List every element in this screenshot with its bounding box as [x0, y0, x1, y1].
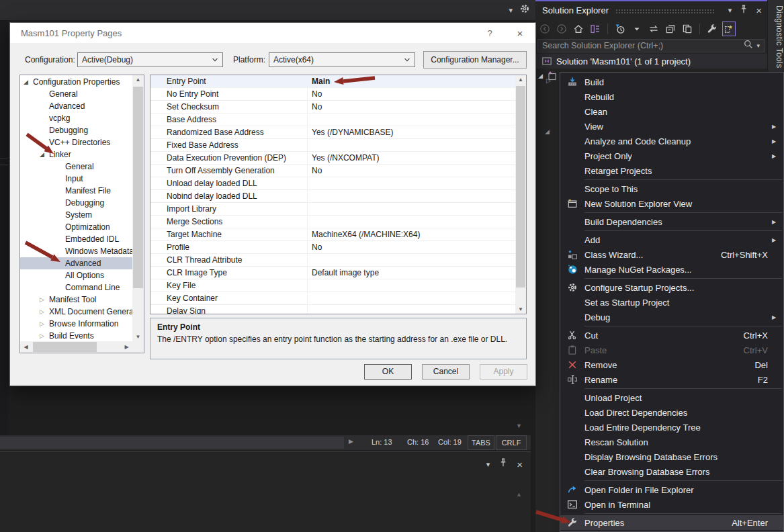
- horizontal-scrollbar-thumb[interactable]: [0, 437, 344, 449]
- collapsed-expander-icon[interactable]: ▷: [40, 306, 44, 318]
- property-value[interactable]: [308, 177, 516, 189]
- property-value[interactable]: No: [308, 101, 516, 113]
- configuration-select[interactable]: Active(Debug): [77, 52, 223, 67]
- properties-wrench-icon[interactable]: [705, 21, 719, 36]
- property-value[interactable]: [308, 139, 516, 151]
- tree-item-manifest-tool[interactable]: ▷Manifest Tool: [20, 294, 132, 306]
- property-value[interactable]: [308, 254, 516, 266]
- dropdown-arrow-icon[interactable]: ▾: [509, 7, 513, 14]
- status-eol-indicator[interactable]: CRLF: [496, 435, 527, 450]
- menu-item-unload-project[interactable]: Unload Project: [560, 390, 783, 405]
- property-row-import-library[interactable]: Import Library: [150, 203, 516, 216]
- property-value[interactable]: Default image type: [308, 267, 516, 279]
- menu-item-rescan-solution[interactable]: Rescan Solution: [560, 435, 783, 449]
- property-row-merge-sections[interactable]: Merge Sections: [150, 216, 516, 228]
- scrollbar-down-arrow-icon[interactable]: ▼: [516, 423, 522, 429]
- menu-item-open-in-terminal[interactable]: Open in Terminal: [560, 497, 783, 512]
- menu-item-project-only[interactable]: Project Only▶: [560, 148, 783, 163]
- drag-handle[interactable]: [615, 9, 715, 13]
- tree-item-general[interactable]: General: [20, 161, 132, 173]
- close-icon[interactable]: ×: [756, 5, 762, 15]
- menu-item-set-as-startup-project[interactable]: Set as Startup Project: [560, 295, 783, 310]
- property-row-clr-thread-attribute[interactable]: CLR Thread Attribute: [150, 254, 516, 267]
- pin-icon[interactable]: [498, 457, 509, 471]
- search-options-caret-icon[interactable]: ▾: [756, 43, 760, 49]
- menu-item-manage-nuget-packages[interactable]: Manage NuGet Packages...: [560, 262, 783, 277]
- property-row-set-checksum[interactable]: Set ChecksumNo: [150, 101, 516, 114]
- scrollbar-up-arrow-icon[interactable]: ▲: [516, 491, 522, 498]
- collapsed-expander-icon[interactable]: ▷: [40, 294, 44, 306]
- tree-item-input[interactable]: Input: [20, 173, 132, 185]
- menu-item-build-dependencies[interactable]: Build Dependencies▶: [560, 214, 783, 229]
- tree-item-configuration-properties[interactable]: ◢Configuration Properties: [20, 76, 132, 88]
- property-row-base-address[interactable]: Base Address: [150, 114, 516, 126]
- menu-item-rebuild[interactable]: Rebuild: [560, 89, 783, 104]
- scrollbar-thumb[interactable]: [516, 86, 525, 287]
- expanded-expander-icon[interactable]: ◢: [545, 128, 550, 135]
- window-position-icon[interactable]: ▾: [728, 7, 732, 14]
- tree-item-linker[interactable]: ◢Linker: [20, 148, 132, 161]
- menu-item-load-entire-dependency-tree[interactable]: Load Entire Dependency Tree: [560, 420, 783, 435]
- scrollbar-thumb[interactable]: [33, 342, 97, 352]
- tree-item-command-line[interactable]: Command Line: [20, 281, 132, 294]
- tree-item-advanced[interactable]: Advanced: [20, 100, 132, 112]
- scroll-up-icon[interactable]: ▲: [132, 77, 144, 83]
- property-row-key-file[interactable]: Key File: [150, 279, 516, 292]
- property-row-clr-image-type[interactable]: CLR Image TypeDefault image type: [150, 267, 516, 279]
- property-row-key-container[interactable]: Key Container: [150, 292, 516, 305]
- property-row-data-execution-prevention-dep[interactable]: Data Execution Prevention (DEP)Yes (/NXC…: [150, 152, 516, 165]
- property-value[interactable]: [308, 292, 516, 304]
- tree-item-browse-information[interactable]: ▷Browse Information: [20, 318, 132, 330]
- property-value[interactable]: No: [308, 165, 516, 177]
- solution-node[interactable]: Solution 'Masm101' (1 of 1 project): [535, 54, 767, 69]
- scroll-down-icon[interactable]: ▼: [132, 334, 144, 340]
- gear-icon[interactable]: [519, 3, 530, 17]
- tree-item-vc-directories[interactable]: VC++ Directories: [20, 136, 132, 148]
- property-row-randomized-base-address[interactable]: Randomized Base AddressYes (/DYNAMICBASE…: [150, 126, 516, 139]
- back-icon[interactable]: [538, 21, 552, 36]
- menu-item-remove[interactable]: RemoveDel: [560, 357, 783, 372]
- tree-item-manifest-file[interactable]: Manifest File: [20, 185, 132, 197]
- tree-item-advanced[interactable]: Advanced: [20, 257, 132, 269]
- menu-item-class-wizard[interactable]: Class Wizard...Ctrl+Shift+X: [560, 247, 783, 262]
- expanded-expander-icon[interactable]: ◢: [538, 73, 543, 79]
- tab-diagnostic-tools[interactable]: Diagnostic Tools: [768, 0, 784, 79]
- show-all-files-icon[interactable]: [722, 21, 736, 36]
- property-value[interactable]: [308, 305, 516, 314]
- cancel-button[interactable]: Cancel: [422, 364, 470, 380]
- collapsed-expander-icon[interactable]: ▷: [40, 330, 44, 342]
- collapsed-expander-icon[interactable]: ▷: [40, 318, 44, 330]
- vertical-scrollbar[interactable]: ▲ ▼: [515, 75, 526, 314]
- tree-item-xml-document-genera[interactable]: ▷XML Document Genera: [20, 306, 132, 318]
- scroll-down-icon[interactable]: ▼: [515, 306, 526, 312]
- property-row-nobind-delay-loaded-dll[interactable]: Nobind delay loaded DLL: [150, 190, 516, 203]
- menu-item-view[interactable]: View▶: [560, 119, 783, 134]
- property-row-delay-sign[interactable]: Delay Sign: [150, 305, 516, 314]
- pin-icon[interactable]: [738, 4, 749, 17]
- home-icon[interactable]: [572, 21, 585, 36]
- switch-views-icon[interactable]: [589, 21, 602, 36]
- tree-item-build-events[interactable]: ▷Build Events: [20, 330, 132, 342]
- menu-item-cut[interactable]: CutCtrl+X: [560, 328, 783, 343]
- property-row-fixed-base-address[interactable]: Fixed Base Address: [150, 139, 516, 152]
- property-value[interactable]: MachineX64 (/MACHINE:X64): [308, 228, 516, 240]
- property-value[interactable]: [308, 203, 516, 215]
- menu-item-clean[interactable]: Clean: [560, 104, 783, 119]
- platform-select[interactable]: Active(x64): [269, 52, 415, 67]
- tree-item-embedded-idl[interactable]: Embedded IDL: [20, 233, 132, 245]
- property-value[interactable]: Yes (/NXCOMPAT): [308, 152, 516, 164]
- tree-item-optimization[interactable]: Optimization: [20, 221, 132, 233]
- menu-item-configure-startup-projects[interactable]: Configure Startup Projects...: [560, 280, 783, 295]
- window-position-icon[interactable]: ▾: [486, 461, 490, 468]
- forward-icon[interactable]: [555, 21, 568, 36]
- menu-item-retarget-projects[interactable]: Retarget Projects: [560, 163, 783, 178]
- property-row-unload-delay-loaded-dll[interactable]: Unload delay loaded DLL: [150, 177, 516, 190]
- dialog-title-bar[interactable]: Masm101 Property Pages ? ×: [10, 23, 535, 43]
- status-line-indicator[interactable]: Ln: 13: [372, 438, 392, 446]
- property-value[interactable]: [308, 190, 516, 202]
- scrollbar-right-arrow-icon[interactable]: ▶: [349, 438, 353, 445]
- scroll-left-icon[interactable]: ◀: [20, 344, 32, 350]
- dropdown-caret-icon[interactable]: [630, 21, 644, 36]
- property-row-no-entry-point[interactable]: No Entry PointNo: [150, 88, 516, 101]
- scroll-right-icon[interactable]: ▶: [121, 344, 132, 350]
